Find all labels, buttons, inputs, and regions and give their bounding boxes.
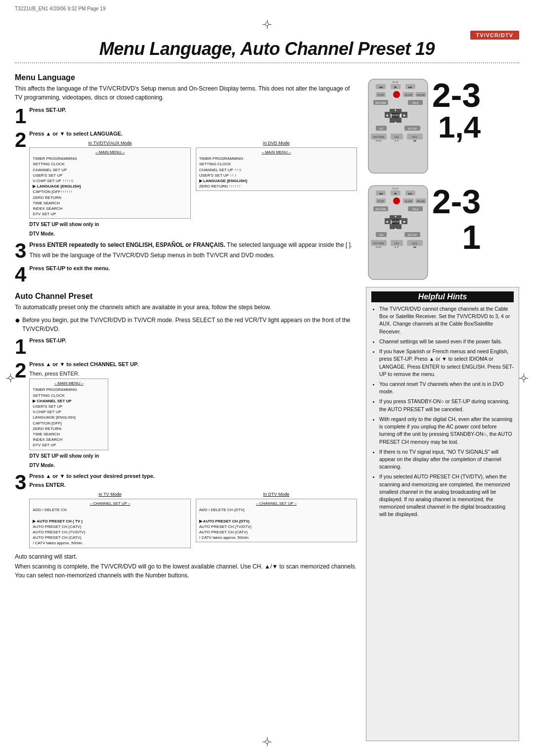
tv-ac-item-7: ! CATV takes approx. 50min. <box>33 540 187 546</box>
mode-cols-ml: In TV/DTV/AUX Mode – MAIN MENU – TIMER P… <box>29 140 357 219</box>
svg-text:STOP: STOP <box>377 94 384 96</box>
step-3-num: 3 <box>15 240 26 261</box>
ml-menu-item-3: CHANNEL SET UP <box>33 167 187 173</box>
mode-col-dvd-header: In DVD Mode <box>196 140 357 147</box>
menu-box-tv: – MAIN MENU – TIMER PROGRAMMING SETTING … <box>29 147 190 219</box>
step-num-23-top: 2-3 <box>432 78 481 112</box>
ml-menu-item-6: ▶ LANGUAGE [ENGLISH] <box>33 184 187 189</box>
svg-text:◀◀: ◀◀ <box>379 192 383 195</box>
bullet-dot: ● <box>15 316 20 325</box>
ml-menu-item-7: CAPTION [OFF↑↑↑↑↑↑ <box>33 189 187 194</box>
step-1-ml: 1 Press SET-UP. <box>15 106 357 127</box>
step-4-content: Press SET-UP to exit the menu. <box>29 264 357 274</box>
svg-text:◀: ◀ <box>386 220 388 223</box>
svg-text:SLOW: SLOW <box>405 200 412 203</box>
menu-language-section: Menu Language This affects the language … <box>15 73 357 285</box>
svg-text:PAUSE: PAUSE <box>417 200 425 203</box>
dtv-ac-item-2 <box>199 513 354 518</box>
step-2-ac-label2: Then, press ENTER. <box>29 370 357 378</box>
step-3-ac-label1: Press ▲ or ▼ to select your desired pres… <box>29 472 357 480</box>
ac-menu-item-10: INDEX SEARCH <box>33 437 105 442</box>
crosshair-right <box>519 374 528 382</box>
dvd-menu-item-3: CHANNEL SET UP ↑↑↑/ <box>199 167 354 173</box>
auto-channel-section: Auto Channel Preset To automatically pre… <box>15 292 357 579</box>
menu-box-dtv-ac: – CHANNEL SET UP – ADD / DELETE CH (DTV)… <box>196 499 357 542</box>
ml-menu-item-9: TIME SEARCH <box>33 200 187 206</box>
svg-text:RETURN: RETURN <box>376 101 386 104</box>
step-nums-bottom-group: 2-3 1 <box>432 185 481 254</box>
dvd-menu-item-5: ▶ LANGUAGE [ENGLISH] <box>199 178 354 184</box>
ac-menu-item-5: V-CHIP SET UP <box>33 409 105 415</box>
svg-text:RETURN: RETURN <box>376 208 386 211</box>
step-1-content: Press SET-UP. <box>29 106 357 115</box>
svg-text:ENTER: ENTER <box>392 114 400 117</box>
ac-menu-item-6: LANGUAGE [ENGLISH] <box>33 415 105 420</box>
menu-box-tv-title: – MAIN MENU – <box>33 149 187 155</box>
menu-box-dvd: – MAIN MENU – TIMER PROGRAMMING SETTING … <box>196 147 357 191</box>
ac-menu-item-3: ▶ CHANNEL SET UP <box>33 398 105 404</box>
svg-text:▶: ▶ <box>403 114 406 117</box>
dvd-menu-item-4: USER'S SET UP ↑↑ / <box>199 173 354 178</box>
left-col: Menu Language This affects the language … <box>15 73 357 741</box>
svg-text:SET-UP: SET-UP <box>408 127 417 130</box>
hint-item-4: You cannot reset TV channels when the un… <box>379 380 514 395</box>
menu-box-ac-title: – MAIN MENU – <box>33 380 105 386</box>
svg-text:PLAY: PLAY <box>393 81 399 84</box>
auto-bullet-text: Before you begin, put the TV/VCR/DVD in … <box>22 316 357 333</box>
remote-top: ◀◀ ▶ ▶▶ STOP SLOW PAUSE <box>366 78 430 175</box>
dtv-ac-item-4: AUTO PRESET CH (TV/DTV) <box>199 524 354 529</box>
dtv-note-2: DTV Mode. <box>29 230 357 237</box>
svg-text:STOP: STOP <box>377 200 384 203</box>
step-1-ac-label: Press SET-UP. <box>29 336 357 345</box>
step-num-14-top: 1,4 <box>438 112 481 142</box>
dtv-ac-item-1: ADD / DELETE CH (DTV) <box>199 507 354 513</box>
ac-menu-item-7: CAPTION [OFF] <box>33 421 105 426</box>
hint-item-8: If you selected AUTO PRESET CH (TV/DTV),… <box>379 473 514 518</box>
dvd-menu-item-2: SETTING CLOCK <box>199 161 354 167</box>
dtv-ac-item-5: AUTO PRESET CH (CATV) <box>199 529 354 535</box>
step-2-ml: 2 Press ▲ or ▼ to select LANGUAGE. In TV… <box>15 130 357 237</box>
step-2-ac-num: 2 <box>15 360 26 381</box>
dtv-ac-item-6: ! CATV takes approx. 50min. <box>199 535 354 540</box>
ml-menu-item-1: TIMER PROGRAMMING <box>33 156 187 161</box>
hint-item-1: The TV/VCR/DVD cannot change channels at… <box>379 305 514 335</box>
step-nums-top-group: 2-3 1,4 <box>432 78 481 142</box>
svg-text:SLEEP: SLEEP <box>376 140 382 142</box>
dvd-menu-item-1: TIMER PROGRAMMING <box>199 156 354 161</box>
auto-channel-body: To automatically preset only the channel… <box>15 303 357 312</box>
mode-col-dvd: In DVD Mode – MAIN MENU – TIMER PROGRAMM… <box>196 140 357 219</box>
svg-text:SLOW: SLOW <box>405 94 412 96</box>
auto-scan-note: Auto scanning will start. <box>15 553 357 560</box>
hint-item-6: With regard only to the digital CH, even… <box>379 416 514 446</box>
ac-menu-item-9: TIME SEARCH <box>33 431 105 437</box>
auto-closing-text: When scanning is complete, the TV/VCR/DV… <box>15 562 357 580</box>
step-1-label: Press SET-UP. <box>29 106 357 114</box>
svg-text:▲▼: ▲▼ <box>394 139 399 142</box>
svg-text:▼: ▼ <box>394 228 397 231</box>
tv-ac-item-5: AUTO PRESET CH (TV/DTV) <box>33 529 187 535</box>
svg-text:SET-UP: SET-UP <box>408 234 417 236</box>
menu-box-dvd-title: – MAIN MENU – <box>199 149 354 155</box>
svg-text:SLEEP: SLEEP <box>376 246 382 248</box>
mode-col-tv-header: In TV/DTV/AUX Mode <box>29 140 190 147</box>
step-1-ac: 1 Press SET-UP. <box>15 336 357 357</box>
right-col: ◀◀ ▶ ▶▶ STOP SLOW PAUSE <box>366 73 519 741</box>
step-3-content: Press ENTER repeatedly to select ENGLISH… <box>29 240 357 260</box>
step-2-ac-label: Press ▲ or ▼ to select CHANNEL SET UP. <box>29 360 357 369</box>
mode-col-dtv-ac: In DTV Mode – CHANNEL SET UP – ADD / DEL… <box>196 491 357 548</box>
helpful-hints-box: Helpful Hints The TV/VCR/DVD cannot chan… <box>366 287 519 741</box>
svg-text:VOL: VOL <box>412 136 418 139</box>
ac-dtv-note2: DTV Mode. <box>29 462 357 469</box>
svg-text:S/S: S/S <box>379 234 384 236</box>
step-3-ac-bold2: Press ENTER. <box>29 482 65 488</box>
svg-text:PAUSE: PAUSE <box>417 94 425 96</box>
main-content: Menu Language This affects the language … <box>15 73 519 741</box>
step-3-ac-bold1: Press ▲ or ▼ to select your desired pres… <box>29 473 154 479</box>
menu-box-dtv-ac-title: – CHANNEL SET UP – <box>199 501 354 506</box>
step-4-ml: 4 Press SET-UP to exit the menu. <box>15 264 357 285</box>
menu-box-ac: – MAIN MENU – TIMER PROGRAMMING SETTING … <box>29 378 108 450</box>
dotted-rule <box>15 62 519 63</box>
mode-col-tv: In TV/DTV/AUX Mode – MAIN MENU – TIMER P… <box>29 140 190 219</box>
step-1-ac-content: Press SET-UP. <box>29 336 357 346</box>
step-1-num: 1 <box>15 106 26 127</box>
